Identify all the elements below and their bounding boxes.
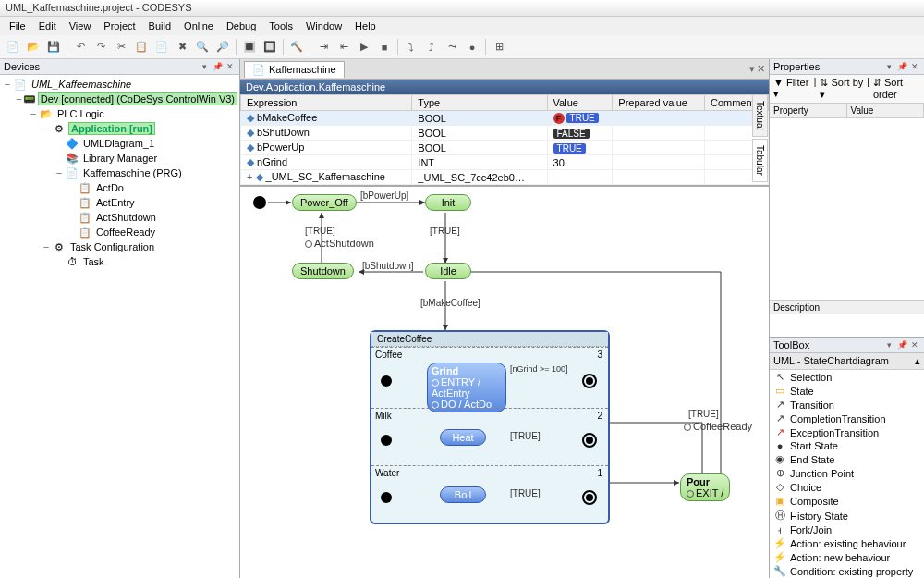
column-header[interactable]: Value (547, 95, 613, 111)
toolbox-item[interactable]: ↗Transition (770, 398, 924, 412)
find2-icon[interactable]: 🔎 (213, 38, 232, 56)
menu-help[interactable]: Help (349, 18, 382, 33)
new-icon[interactable]: 📄 (4, 38, 22, 56)
menu-file[interactable]: File (4, 18, 31, 33)
variable-row[interactable]: ◆ nGrindINT30 (241, 155, 769, 170)
tree-item[interactable]: 📋CoffeeReady (2, 225, 237, 240)
expand-icon[interactable]: − (41, 123, 52, 134)
toolbox-item[interactable]: ⫞Fork/Join (770, 523, 924, 536)
variable-table[interactable]: ExpressionTypeValuePrepared valueComment… (240, 94, 769, 186)
variable-row[interactable]: ◆ bPowerUpBOOLTRUE (241, 141, 769, 155)
expand-icon[interactable]: − (28, 108, 39, 119)
toolbox-item[interactable]: ◉End State (770, 452, 924, 466)
start-state[interactable] (253, 196, 266, 209)
toolbox-category[interactable]: UML - StateChartdiagram▴ (770, 353, 924, 370)
expand-icon[interactable]: − (54, 167, 65, 178)
pin-icon[interactable]: ▾ (199, 61, 210, 72)
prop-close-icon[interactable]: ✕ (909, 61, 920, 72)
stop-icon[interactable]: ■ (375, 38, 394, 56)
misc-icon[interactable]: ⊞ (490, 38, 508, 56)
menu-tools[interactable]: Tools (263, 18, 298, 33)
properties-body[interactable] (770, 118, 924, 300)
toolbox-item[interactable]: 🔧Condition: existing property (770, 564, 924, 578)
toolbox-item[interactable]: ↗CompletionTransition (770, 412, 924, 425)
build-icon[interactable]: 🔨 (287, 38, 306, 56)
start-icon[interactable]: ▶ (355, 38, 373, 56)
menu-project[interactable]: Project (98, 18, 140, 33)
composite-createcoffee[interactable]: CreateCoffee Coffee 3 Grind ENTRY / ActE… (370, 330, 610, 524)
end-coffee[interactable] (582, 374, 597, 388)
close-icon[interactable]: ✕ (225, 61, 236, 72)
variable-row[interactable]: ◆ bMakeCoffeeBOOLFTRUE (241, 111, 769, 126)
zoom-in-icon[interactable]: 🔳 (240, 38, 259, 56)
tree-item[interactable]: 🔷UMLDiagram_1 (2, 136, 237, 151)
open-icon[interactable]: 📂 (24, 38, 43, 56)
expand-icon[interactable]: − (41, 241, 52, 252)
redo-icon[interactable]: ↷ (91, 38, 110, 56)
find-icon[interactable]: 🔍 (193, 38, 212, 56)
start-water[interactable] (381, 492, 392, 503)
copy-icon[interactable]: 📋 (132, 38, 151, 56)
side-tab-textual[interactable]: Textual (752, 94, 768, 137)
toolbox-item[interactable]: ⊕Junction Point (770, 466, 924, 480)
tree-item[interactable]: 📋ActDo (2, 180, 237, 195)
start-coffee[interactable] (381, 375, 392, 387)
tree-item[interactable]: −📄Kaffemaschine (PRG) (2, 166, 237, 180)
step3-icon[interactable]: ⤳ (443, 38, 461, 56)
expand-icon[interactable]: + (247, 171, 252, 182)
step-icon[interactable]: ⤵ (402, 38, 420, 56)
zoom-out-icon[interactable]: 🔲 (261, 38, 279, 56)
toolbox-item[interactable]: ⚡Action: existing behaviour (770, 536, 924, 550)
collapse-icon[interactable]: ▴ (915, 355, 920, 367)
tree-item[interactable]: −⚙Task Configuration (2, 240, 237, 254)
state-boil[interactable]: Boil (440, 486, 486, 503)
menu-debug[interactable]: Debug (221, 18, 261, 33)
state-shutdown[interactable]: Shutdown (292, 263, 354, 279)
tree-item[interactable]: ⏱Task (2, 254, 237, 269)
column-header[interactable]: Type (412, 95, 547, 111)
tree-item[interactable]: 📋ActShutdown (2, 210, 237, 225)
state-idle[interactable]: Idle (425, 263, 471, 279)
tree-item[interactable]: −📟Dev [connected] (CoDeSys ControlWin V3… (2, 92, 237, 106)
toolbox-item[interactable]: ▭State (770, 384, 924, 398)
menu-view[interactable]: View (64, 18, 97, 33)
step2-icon[interactable]: ⤴ (422, 38, 441, 56)
statechart-diagram[interactable]: Power_Off [bPowerUp] Init [TRUE] ActShut… (240, 186, 769, 578)
menu-build[interactable]: Build (143, 18, 176, 33)
state-heat[interactable]: Heat (440, 429, 486, 446)
state-grind[interactable]: Grind ENTRY / ActEntry DO / ActDo (427, 363, 506, 412)
logout-icon[interactable]: ⇤ (334, 38, 353, 56)
end-milk[interactable] (582, 433, 597, 448)
tbx-close-icon[interactable]: ✕ (909, 339, 920, 350)
tree-item[interactable]: 📚Library Manager (2, 151, 237, 166)
tab-kaffemaschine[interactable]: 📄 Kaffemaschine (244, 61, 345, 78)
column-header[interactable]: Expression (241, 95, 412, 111)
state-pour[interactable]: Pour EXIT / (680, 473, 730, 501)
state-power-off[interactable]: Power_Off (292, 194, 357, 211)
tbx-pin2-icon[interactable]: 📌 (896, 339, 907, 350)
menu-online[interactable]: Online (178, 18, 219, 33)
expand-icon[interactable]: − (15, 93, 23, 105)
prop-pin2-icon[interactable]: 📌 (896, 61, 907, 72)
column-header[interactable]: Prepared value (613, 95, 705, 111)
bp-icon[interactable]: ● (463, 38, 481, 56)
tree-item[interactable]: 📋ActEntry (2, 195, 237, 210)
tree-item[interactable]: −⚙Application [run] (2, 121, 237, 136)
end-water[interactable] (582, 490, 597, 505)
tab-dropdown-icon[interactable]: ▾ (749, 63, 755, 75)
cut-icon[interactable]: ✂ (112, 38, 130, 56)
tree-item[interactable]: −📄UML_Kaffeemaschine (2, 77, 237, 92)
expand-icon[interactable]: − (2, 79, 13, 90)
variable-row[interactable]: + ◆ _UML_SC_Kaffemaschine_UML_SC_7cc42eb… (241, 170, 769, 185)
menu-edit[interactable]: Edit (33, 18, 62, 33)
toolbox-item[interactable]: ●Start State (770, 439, 924, 452)
side-tab-tabular[interactable]: Tabular (752, 139, 768, 182)
tree-item[interactable]: −📂PLC Logic (2, 106, 237, 121)
menu-window[interactable]: Window (300, 18, 347, 33)
state-init[interactable]: Init (425, 194, 471, 211)
tab-close-icon[interactable]: ✕ (757, 63, 765, 75)
save-icon[interactable]: 💾 (44, 38, 63, 56)
toolbox-item[interactable]: ↖Selection (770, 370, 924, 384)
undo-icon[interactable]: ↶ (71, 38, 90, 56)
delete-icon[interactable]: ✖ (173, 38, 191, 56)
